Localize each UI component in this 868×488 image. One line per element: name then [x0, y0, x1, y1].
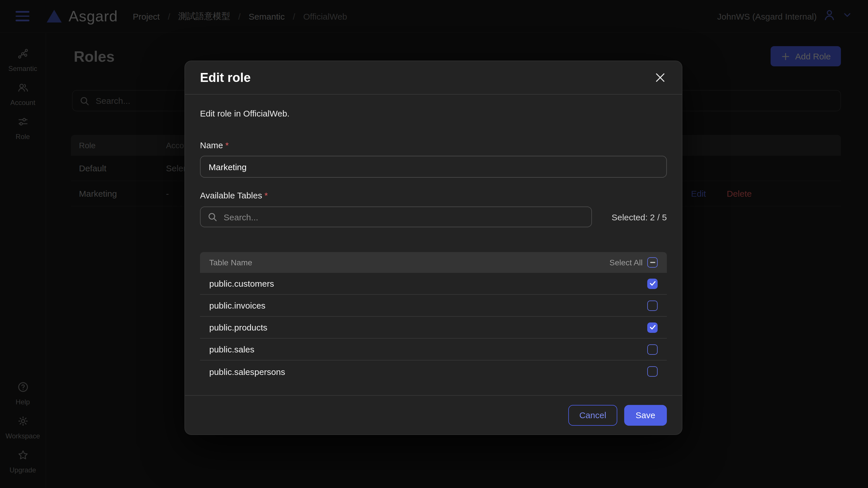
row-checkbox[interactable]	[647, 366, 658, 377]
cancel-button[interactable]: Cancel	[568, 405, 617, 425]
row-checkbox[interactable]	[647, 300, 658, 311]
modal-description: Edit role in OfficialWeb.	[200, 109, 667, 118]
modal-title: Edit role	[200, 70, 251, 85]
search-icon	[208, 212, 217, 222]
row-checkbox[interactable]	[647, 278, 658, 289]
table-name: public.salespersons	[209, 367, 285, 376]
save-button[interactable]: Save	[624, 405, 667, 425]
table-row[interactable]: public.invoices	[200, 295, 667, 317]
table-name: public.customers	[209, 279, 274, 288]
required-mark: *	[225, 140, 229, 150]
row-checkbox[interactable]	[647, 344, 658, 354]
tables-list-header: Table Name Select All	[200, 252, 667, 273]
edit-role-modal: Edit role Edit role in OfficialWeb. Name…	[184, 61, 682, 435]
modal-body: Edit role in OfficialWeb. Name* Availabl…	[185, 95, 682, 395]
table-name: public.invoices	[209, 300, 266, 310]
select-all-checkbox[interactable]	[647, 257, 658, 268]
table-row[interactable]: public.salespersons	[200, 361, 667, 382]
required-mark: *	[265, 190, 268, 200]
select-all-label: Select All	[610, 258, 643, 267]
close-button[interactable]	[654, 71, 667, 84]
table-row[interactable]: public.sales	[200, 339, 667, 361]
table-name-column: Table Name	[209, 258, 252, 267]
name-label: Name*	[200, 140, 667, 150]
tables-list: Table Name Select All public.customerspu…	[200, 252, 667, 382]
modal-header: Edit role	[185, 61, 682, 95]
table-name: public.products	[209, 322, 268, 332]
selected-count: Selected: 2 / 5	[592, 212, 667, 222]
row-checkbox[interactable]	[647, 322, 658, 333]
table-row[interactable]: public.customers	[200, 273, 667, 295]
available-tables-label: Available Tables*	[200, 190, 667, 200]
close-icon	[656, 73, 664, 82]
table-row[interactable]: public.products	[200, 317, 667, 339]
tables-search-input[interactable]	[200, 206, 592, 227]
table-name: public.sales	[209, 344, 254, 354]
name-input[interactable]	[200, 156, 667, 178]
modal-footer: Cancel Save	[185, 395, 682, 434]
application-window: Asgard Project/測試語意模型/Semantic/OfficialW…	[0, 0, 868, 488]
